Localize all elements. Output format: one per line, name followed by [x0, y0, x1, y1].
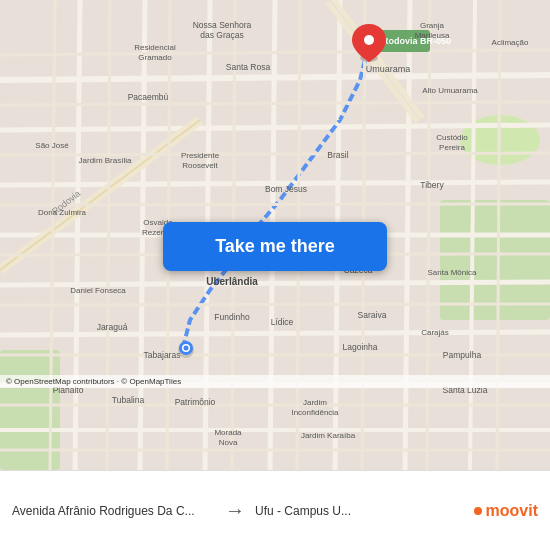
svg-text:Granja: Granja	[420, 21, 445, 30]
destination-label: Ufu - Campus U...	[255, 504, 455, 518]
svg-text:Santa Rosa: Santa Rosa	[226, 62, 271, 72]
svg-text:Marileusa: Marileusa	[415, 31, 450, 40]
svg-line-28	[0, 304, 550, 305]
svg-line-25	[0, 153, 550, 155]
svg-text:Custódio: Custódio	[436, 133, 468, 142]
svg-text:São José: São José	[35, 141, 69, 150]
svg-text:Nova: Nova	[219, 438, 238, 447]
bottom-bar: Avenida Afrânio Rodrigues Da C... → Ufu …	[0, 470, 550, 550]
svg-text:Alto Umuarama: Alto Umuarama	[422, 86, 478, 95]
svg-text:das Graças: das Graças	[200, 30, 243, 40]
svg-text:Carajás: Carajás	[421, 328, 449, 337]
svg-text:Fundinho: Fundinho	[214, 312, 250, 322]
svg-text:Jaraguá: Jaraguá	[97, 322, 128, 332]
origin-label: Avenida Afrânio Rodrigues Da C...	[12, 504, 212, 518]
svg-text:Lídice: Lídice	[271, 317, 294, 327]
arrow-icon: →	[215, 499, 255, 522]
svg-rect-1	[440, 200, 550, 320]
svg-text:Aclimação: Aclimação	[492, 38, 529, 47]
svg-text:Residencial: Residencial	[134, 43, 176, 52]
svg-text:Tibery: Tibery	[420, 180, 444, 190]
take-me-there-button[interactable]: Take me there	[163, 222, 387, 271]
svg-text:Dona Zulmira: Dona Zulmira	[38, 208, 87, 217]
map-container: Rodovia Rodovia BR-050 Nossa Senhora das…	[0, 0, 550, 470]
origin-location: Avenida Afrânio Rodrigues Da C...	[12, 504, 215, 518]
svg-text:Pampulha: Pampulha	[443, 350, 482, 360]
svg-text:Pereira: Pereira	[439, 143, 465, 152]
svg-text:Bom Jesus: Bom Jesus	[265, 184, 307, 194]
svg-text:Uberlândia: Uberlândia	[206, 276, 258, 287]
svg-text:Jardim: Jardim	[303, 398, 327, 407]
svg-point-92	[184, 346, 189, 351]
svg-line-8	[0, 282, 550, 285]
svg-text:Inconfidência: Inconfidência	[291, 408, 339, 417]
moovit-dot	[474, 507, 482, 515]
svg-text:Presidente: Presidente	[181, 151, 220, 160]
svg-text:Roosevelt: Roosevelt	[182, 161, 218, 170]
svg-text:Gramado: Gramado	[138, 53, 172, 62]
svg-text:Santa Mônica: Santa Mônica	[428, 268, 477, 277]
svg-text:Brasil: Brasil	[327, 150, 348, 160]
svg-text:Umuarama: Umuarama	[366, 64, 411, 74]
svg-point-88	[364, 35, 374, 45]
svg-text:Morada: Morada	[214, 428, 242, 437]
svg-text:Tubalina: Tubalina	[112, 395, 145, 405]
map-attribution: © OpenStreetMap contributors · © OpenMap…	[0, 375, 550, 388]
svg-text:Lagoinha: Lagoinha	[343, 342, 378, 352]
moovit-brand-name: moovit	[486, 502, 538, 520]
svg-line-26	[0, 204, 550, 205]
svg-text:Saraiva: Saraiva	[358, 310, 387, 320]
svg-text:Patrimônio: Patrimônio	[175, 397, 216, 407]
svg-text:Daniel Fonseca: Daniel Fonseca	[70, 286, 126, 295]
destination-location: Ufu - Campus U...	[255, 504, 458, 518]
svg-text:Tabajaras: Tabajaras	[144, 350, 181, 360]
svg-line-9	[0, 332, 550, 335]
svg-text:Jardim Brasília: Jardim Brasília	[79, 156, 132, 165]
moovit-logo: moovit	[458, 502, 538, 520]
svg-text:Pacaembú: Pacaembú	[128, 92, 169, 102]
svg-text:Jardim Karaíba: Jardim Karaíba	[301, 431, 356, 440]
svg-text:Nossa Senhora: Nossa Senhora	[193, 20, 252, 30]
